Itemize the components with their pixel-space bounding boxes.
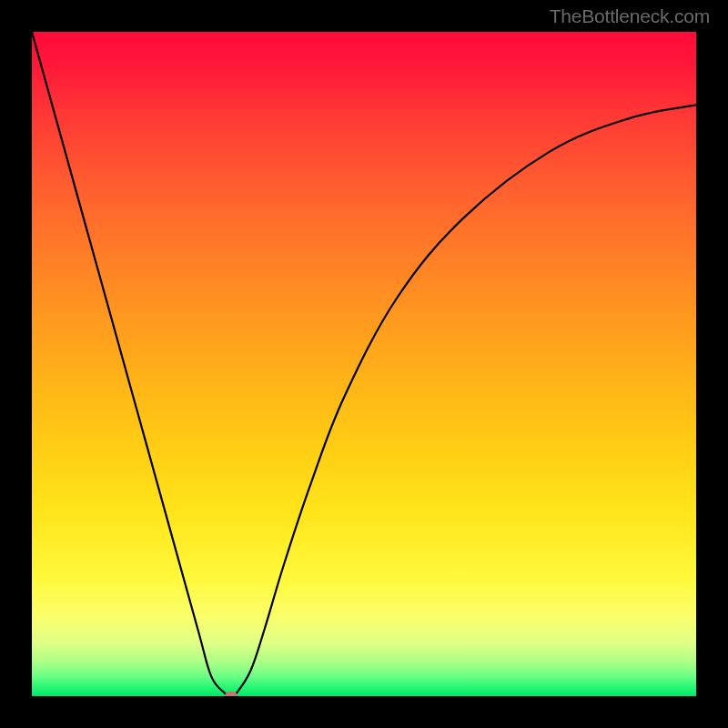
curve-path: [32, 32, 696, 696]
bottleneck-curve: [32, 32, 696, 696]
watermark-text: TheBottleneck.com: [550, 5, 710, 27]
chart-container: TheBottleneck.com: [0, 0, 728, 728]
plot-area: [32, 32, 696, 696]
minimum-marker: [225, 692, 238, 696]
